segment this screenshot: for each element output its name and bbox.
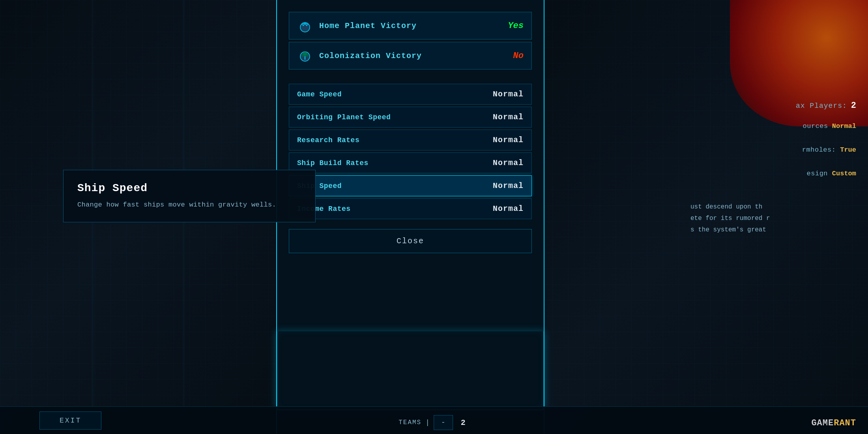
colonization-label: Colonization Victory [319,51,513,60]
gamerant-logo: GAMERANT [811,418,856,428]
colonization-icon [297,48,313,64]
teams-value: 2 [457,418,470,427]
settings-container: Home Planet Victory Yes Colonization Vic… [289,12,532,253]
resources-row: ources Normal [803,122,856,130]
close-button[interactable]: Close [289,229,532,253]
spacer [289,72,532,84]
research-rates-row[interactable]: Research Rates Normal [289,130,532,150]
wormholes-value: True [840,146,856,154]
svg-point-4 [303,52,307,56]
bottom-bar: EXIT TEAMS | - 2 [0,406,868,434]
home-planet-value: Yes [508,21,524,31]
resources-label: ources [803,122,828,130]
game-speed-row[interactable]: Game Speed Normal [289,84,532,105]
orbiting-planet-speed-label: Orbiting Planet Speed [297,113,493,121]
design-value: Custom [832,170,856,177]
tooltip-description: Change how fast ships move within gravit… [77,200,301,210]
colonization-victory-row[interactable]: Colonization Victory No [289,42,532,70]
tooltip-box: Ship Speed Change how fast ships move wi… [63,170,316,222]
ship-build-rates-label: Ship Build Rates [297,159,493,167]
teams-section: TEAMS | - 2 [398,415,470,430]
home-planet-victory-row[interactable]: Home Planet Victory Yes [289,12,532,39]
design-label: esign [807,170,832,177]
scroll-line-2: ete for its rumored r [690,213,856,224]
scroll-text: ust descend upon th ete for its rumored … [690,201,856,235]
max-players-label: ax Players: [796,102,847,110]
home-planet-icon [297,18,313,34]
right-panel: ax Players: 2 ources Normal rmholes: Tru… [544,0,868,434]
max-players-value: 2 [851,101,856,111]
design-row: esign Custom [807,170,856,177]
orbiting-planet-speed-value: Normal [493,113,524,122]
scroll-line-3: s the system's great [690,224,856,236]
home-planet-label: Home Planet Victory [319,21,508,30]
ship-build-rates-row[interactable]: Ship Build Rates Normal [289,152,532,173]
gamerant-rant: RANT [834,418,856,428]
game-speed-label: Game Speed [297,90,493,98]
income-rates-label: Income Rates [297,205,493,213]
teams-divider: | [425,419,430,426]
game-speed-value: Normal [493,90,524,99]
ship-speed-label: Ship Speed [297,182,493,190]
resources-value: Normal [832,122,856,130]
income-rates-row[interactable]: Income Rates Normal [289,198,532,219]
colonization-value: No [513,51,524,61]
scroll-line-1: ust descend upon th [690,201,856,213]
research-rates-value: Normal [493,135,524,145]
ship-speed-row[interactable]: Ship Speed Normal [289,175,532,196]
wormholes-label: rmholes: [802,146,840,154]
exit-button[interactable]: EXIT [39,411,101,430]
wormholes-row: rmholes: True [802,146,856,154]
modal-panel: Home Planet Victory Yes Colonization Vic… [276,0,544,434]
research-rates-label: Research Rates [297,136,493,144]
max-players-row: ax Players: 2 [796,101,856,111]
income-rates-value: Normal [493,204,524,213]
gamerant-game: GAME [811,418,834,428]
teams-minus-button[interactable]: - [434,415,453,430]
tooltip-title: Ship Speed [77,182,301,194]
teams-label: TEAMS [398,419,421,426]
ship-speed-value: Normal [493,181,524,190]
orbiting-planet-speed-row[interactable]: Orbiting Planet Speed Normal [289,107,532,128]
ship-build-rates-value: Normal [493,158,524,167]
